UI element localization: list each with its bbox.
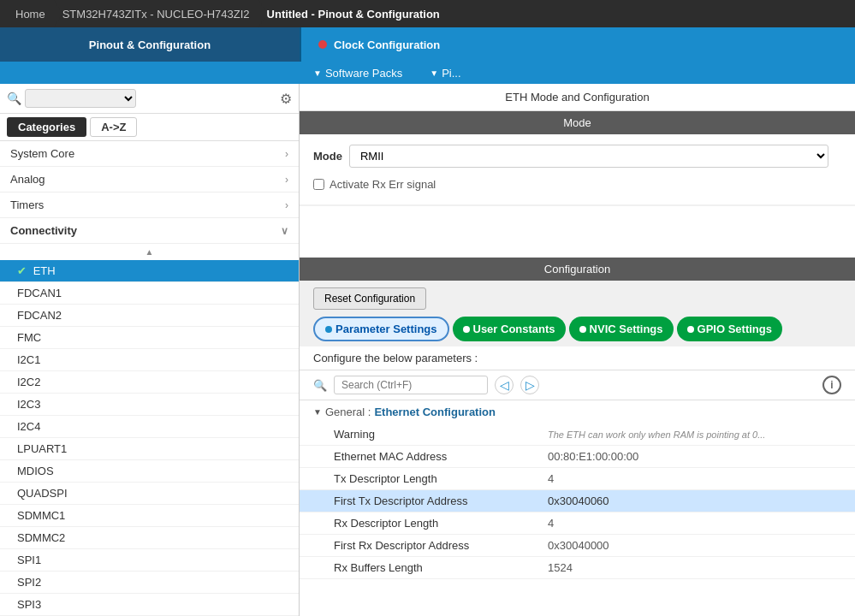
sub-nav-software-packs[interactable]: ▼ Software Packs <box>300 67 416 80</box>
eth-header: ETH Mode and Configuration <box>300 84 855 111</box>
breadcrumb-project[interactable]: Untitled - Pinout & Configuration <box>258 0 448 27</box>
params-search: 🔍 ◁ ▷ i <box>300 370 855 400</box>
reset-configuration-button[interactable]: Reset Configuration <box>313 287 426 310</box>
sidebar-tabs: Categories A->Z <box>0 114 299 141</box>
sidebar-item-fdcan2[interactable]: FDCAN2 <box>0 305 299 327</box>
search-dropdown[interactable] <box>25 89 136 108</box>
tab-gpio-settings[interactable]: GPIO Settings <box>677 317 782 341</box>
mode-section: Mode Mode RMII MII Activate Rx Err signa… <box>300 111 855 204</box>
tab-dot-param <box>325 326 332 333</box>
connectivity-scroll-up[interactable]: ▲ <box>0 244 299 260</box>
top-tabs: Pinout & Configuration Clock Configurati… <box>0 27 855 62</box>
chevron-right-icon: › <box>285 148 288 160</box>
table-row[interactable]: Rx Descriptor Length 4 <box>300 512 855 535</box>
sidebar-item-sdmmc1[interactable]: SDMMC1 <box>0 505 299 527</box>
mode-label: Mode <box>313 150 342 163</box>
chevron-right-icon: › <box>285 174 288 186</box>
prev-btn[interactable]: ◁ <box>495 376 514 394</box>
activate-label: Activate Rx Err signal <box>330 178 436 191</box>
breadcrumb-home[interactable]: Home <box>7 0 54 27</box>
sidebar-item-sdmmc2[interactable]: SDMMC2 <box>0 527 299 549</box>
sidebar-search-row: 🔍 ⚙ <box>0 84 299 114</box>
tab-clock[interactable]: Clock Configuration <box>300 27 855 62</box>
mode-spacer <box>300 206 855 258</box>
sidebar-item-fmc[interactable]: FMC <box>0 327 299 349</box>
params-table: ▼ General : Ethernet Configuration Warni… <box>300 400 855 616</box>
reset-btn-row: Reset Configuration <box>300 281 855 317</box>
tab-user-constants[interactable]: User Constants <box>453 317 566 341</box>
mode-section-header: Mode <box>300 111 855 134</box>
tab-parameter-settings[interactable]: Parameter Settings <box>313 317 449 341</box>
table-row[interactable]: Rx Buffers Length 1524 <box>300 557 855 579</box>
tab-dot-user <box>463 326 470 333</box>
params-search-input[interactable] <box>334 376 488 394</box>
table-row[interactable]: First Rx Descriptor Address 0x30040000 <box>300 535 855 557</box>
chevron-down-icon: ▼ <box>313 68 322 78</box>
sidebar-item-system-core[interactable]: System Core › <box>0 141 299 167</box>
config-tabs: Parameter Settings User Constants NVIC S… <box>300 317 855 346</box>
breadcrumb-board[interactable]: STM32H743ZITx - NUCLEO-H743ZI2 <box>54 0 258 27</box>
sidebar-item-i2c3[interactable]: I2C3 <box>0 394 299 416</box>
activate-checkbox[interactable] <box>313 179 324 190</box>
sidebar-item-fdcan1[interactable]: FDCAN1 <box>0 282 299 305</box>
main-layout: 🔍 ⚙ Categories A->Z System Core › Analog… <box>0 84 855 616</box>
sidebar-item-i2c4[interactable]: I2C4 <box>0 416 299 438</box>
content-area: ETH Mode and Configuration Mode Mode RMI… <box>300 84 855 616</box>
next-btn[interactable]: ▷ <box>520 376 539 394</box>
chevron-down-icon: ▼ <box>313 407 322 417</box>
search-icon: 🔍 <box>7 92 21 105</box>
table-row[interactable]: Ethernet MAC Address 00:80:E1:00:00:00 <box>300 446 855 468</box>
tab-nvic-settings[interactable]: NVIC Settings <box>569 317 674 341</box>
sidebar-item-eth[interactable]: ✔ ETH <box>0 260 299 282</box>
sidebar-item-connectivity[interactable]: Connectivity ∨ <box>0 218 299 244</box>
table-row[interactable]: Tx Descriptor Length 4 <box>300 468 855 490</box>
clock-dot <box>318 40 327 49</box>
tab-atoz[interactable]: A->Z <box>90 117 137 137</box>
chevron-down-icon: ▼ <box>430 68 438 78</box>
breadcrumb: Home STM32H743ZITx - NUCLEO-H743ZI2 Unti… <box>0 0 855 27</box>
tab-dot-gpio <box>687 326 694 333</box>
sidebar-item-spi3[interactable]: SPI3 <box>0 594 299 616</box>
chevron-down-icon: ∨ <box>281 225 288 237</box>
connectivity-items: ✔ ETH FDCAN1 FDCAN2 FMC I2C1 I2C2 I2C3 I… <box>0 260 299 616</box>
table-row[interactable]: Warning The ETH can work only when RAM i… <box>300 424 855 446</box>
chevron-right-icon: › <box>285 199 288 211</box>
info-icon[interactable]: i <box>822 376 841 394</box>
sidebar-item-timers[interactable]: Timers › <box>0 192 299 218</box>
params-header: Configure the below parameters : <box>300 346 855 370</box>
sidebar-item-i2c2[interactable]: I2C2 <box>0 371 299 394</box>
config-section: Configuration Reset Configuration Parame… <box>300 258 855 616</box>
mode-select[interactable]: RMII MII <box>349 145 828 168</box>
table-row[interactable]: First Tx Descriptor Address 0x30040060 <box>300 490 855 512</box>
sidebar-item-spi1[interactable]: SPI1 <box>0 549 299 572</box>
tab-pinout[interactable]: Pinout & Configuration <box>0 27 300 62</box>
config-section-header: Configuration <box>300 258 855 281</box>
tab-dot-nvic <box>579 326 586 333</box>
check-icon: ✔ <box>17 264 30 277</box>
mode-row: Mode RMII MII <box>313 145 841 168</box>
gear-icon[interactable]: ⚙ <box>280 91 292 107</box>
sub-nav: ▼ Software Packs ▼ Pi... <box>0 62 855 84</box>
activate-checkbox-row: Activate Rx Err signal <box>313 175 841 194</box>
sidebar-item-quadspi[interactable]: QUADSPI <box>0 483 299 505</box>
search-icon: 🔍 <box>313 379 327 392</box>
sidebar-item-mdios[interactable]: MDIOS <box>0 460 299 483</box>
sidebar-item-spi2[interactable]: SPI2 <box>0 572 299 594</box>
mode-body: Mode RMII MII Activate Rx Err signal <box>300 134 855 204</box>
sidebar-items: System Core › Analog › Timers › Connecti… <box>0 141 299 616</box>
sidebar-item-lpuart1[interactable]: LPUART1 <box>0 438 299 460</box>
params-group-header[interactable]: ▼ General : Ethernet Configuration <box>300 400 855 424</box>
sidebar-item-analog[interactable]: Analog › <box>0 167 299 192</box>
sidebar-item-i2c1[interactable]: I2C1 <box>0 349 299 371</box>
sub-nav-pi[interactable]: ▼ Pi... <box>416 67 474 80</box>
sidebar: 🔍 ⚙ Categories A->Z System Core › Analog… <box>0 84 300 616</box>
tab-categories[interactable]: Categories <box>7 117 86 137</box>
